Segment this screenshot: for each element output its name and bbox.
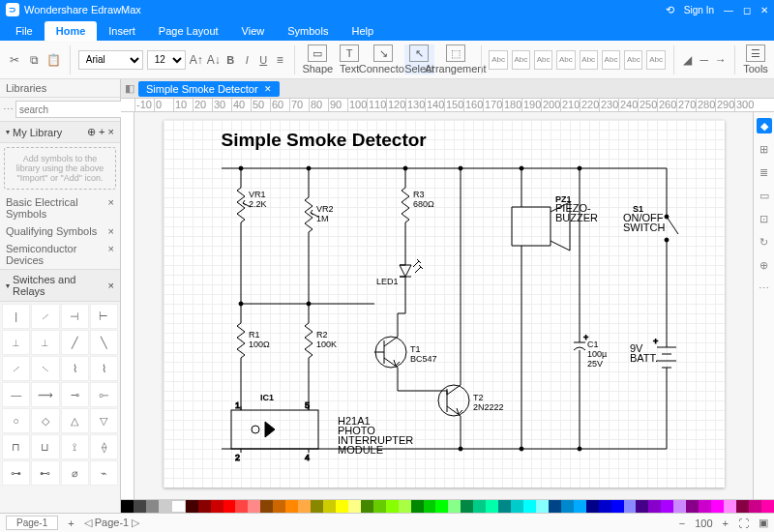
symbol[interactable]: ⌁ — [90, 460, 118, 486]
style-7[interactable]: Abc — [624, 50, 642, 70]
fit-icon[interactable]: ⛶ — [738, 517, 749, 529]
symbol[interactable]: △ — [61, 408, 89, 433]
library-menu-icon[interactable]: ⋯ — [3, 101, 14, 118]
symbol[interactable]: ⊷ — [31, 460, 59, 486]
symbol[interactable]: ⊓ — [2, 434, 30, 459]
symbol[interactable]: ⟂ — [2, 330, 30, 355]
style-8[interactable]: Abc — [646, 50, 665, 70]
properties-icon[interactable]: ⊡ — [757, 211, 772, 226]
page[interactable]: Simple Smoke Detector — [164, 120, 725, 488]
style-4[interactable]: Abc — [556, 50, 575, 70]
font-select[interactable]: Arial — [78, 50, 143, 70]
page-icon[interactable]: ▭ — [757, 188, 772, 203]
symbol[interactable]: ⌇ — [61, 356, 89, 381]
menu-home[interactable]: Home — [45, 21, 98, 41]
section-switches[interactable]: ▾Switches and Relays× — [0, 269, 120, 302]
fill-icon[interactable]: ◢ — [681, 51, 694, 69]
arrow-icon[interactable]: → — [714, 51, 727, 69]
fontsize-select[interactable]: 12 — [147, 50, 186, 70]
grid-icon[interactable]: ⊞ — [757, 141, 772, 157]
ruler-vertical — [121, 112, 134, 499]
svg-text:R2: R2 — [316, 330, 328, 340]
more-icon[interactable]: ⋯ — [757, 281, 772, 296]
connector-button[interactable]: ↘Connector — [366, 44, 401, 74]
comments-icon[interactable]: ⊕ — [757, 257, 772, 273]
symbol[interactable]: ⊣ — [61, 304, 89, 329]
menu-symbols[interactable]: Symbols — [276, 21, 340, 41]
symbol[interactable]: ⊸ — [61, 382, 89, 407]
font-decrease-icon[interactable]: A↓ — [207, 51, 221, 69]
add-page-icon[interactable]: + — [68, 517, 74, 529]
minimize-icon[interactable]: — — [724, 5, 733, 15]
symbol[interactable]: ⟜ — [90, 382, 118, 407]
maximize-icon[interactable]: ◻ — [743, 5, 751, 15]
symbol[interactable]: ╱ — [61, 330, 89, 355]
symbol[interactable]: | — [2, 304, 30, 329]
svg-text:T1: T1 — [410, 344, 421, 354]
close-icon[interactable]: ✕ — [760, 5, 768, 15]
symbol[interactable]: ◇ — [31, 408, 59, 433]
symbol[interactable]: ⟠ — [90, 434, 118, 459]
style-2[interactable]: Abc — [512, 50, 530, 70]
symbol[interactable]: ⟋ — [2, 356, 30, 381]
symbol[interactable]: ⌀ — [61, 460, 89, 486]
section-qualifying[interactable]: Qualifying Symbols× — [0, 222, 120, 240]
symbol[interactable]: ⟂ — [31, 330, 59, 355]
font-increase-icon[interactable]: A↑ — [190, 51, 203, 69]
italic-icon[interactable]: I — [241, 51, 253, 69]
menu-view[interactable]: View — [230, 21, 277, 41]
format-icon[interactable]: ◆ — [757, 118, 772, 133]
bold-icon[interactable]: B — [224, 51, 237, 69]
share-icon[interactable]: ⟲ — [666, 4, 674, 16]
zoom-out-icon[interactable]: − — [679, 517, 685, 529]
canvas[interactable]: Simple Smoke Detector — [134, 112, 753, 499]
color-palette[interactable] — [121, 499, 774, 513]
symbol[interactable]: ⟿ — [31, 382, 59, 407]
symbol[interactable]: ⟋ — [31, 304, 59, 329]
symbol[interactable]: ▽ — [90, 408, 118, 433]
menu-help[interactable]: Help — [340, 21, 385, 41]
arrangement-button[interactable]: ⬚Arrangement — [438, 44, 473, 74]
fullscreen-icon[interactable]: ▣ — [759, 517, 768, 529]
align-icon[interactable]: ≡ — [274, 51, 286, 69]
zoom-in-icon[interactable]: + — [723, 517, 729, 529]
symbol[interactable]: ⊶ — [2, 460, 30, 486]
style-6[interactable]: Abc — [602, 50, 620, 70]
symbol[interactable]: ╲ — [90, 330, 118, 355]
copy-icon[interactable]: ⧉ — [25, 51, 43, 69]
history-icon[interactable]: ↻ — [757, 234, 772, 250]
symbol[interactable]: ⟍ — [31, 356, 59, 381]
underline-icon[interactable]: U — [257, 51, 270, 69]
symbol[interactable]: ○ — [2, 408, 30, 433]
document-tab[interactable]: Simple Smoke Detector✕ — [138, 81, 280, 97]
tab-close-icon[interactable]: ✕ — [264, 84, 272, 94]
signin-link[interactable]: Sign In — [684, 5, 714, 15]
page-tab[interactable]: Page-1 — [6, 516, 58, 530]
symbol[interactable]: ⌇ — [90, 356, 118, 381]
menu-insert[interactable]: Insert — [97, 21, 147, 41]
style-3[interactable]: Abc — [534, 50, 552, 70]
svg-text:VR1: VR1 — [249, 190, 266, 199]
style-5[interactable]: Abc — [580, 50, 598, 70]
symbol[interactable]: — — [2, 382, 30, 407]
svg-point-3 — [665, 215, 669, 219]
style-1[interactable]: Abc — [489, 50, 507, 70]
svg-text:LED1: LED1 — [376, 277, 399, 286]
paste-icon[interactable]: 📋 — [45, 51, 62, 69]
shape-button[interactable]: ▭Shape — [302, 44, 333, 74]
menu-pagelayout[interactable]: Page Layout — [147, 21, 230, 41]
line-icon[interactable]: ─ — [698, 51, 710, 69]
symbol[interactable]: ⊢ — [90, 304, 118, 329]
svg-text:2.2K: 2.2K — [249, 199, 267, 209]
section-mylibrary[interactable]: ▾My Library⊕ + × — [0, 121, 120, 143]
svg-point-19 — [578, 166, 581, 170]
layers-icon[interactable]: ≣ — [757, 164, 772, 180]
section-basic[interactable]: Basic Electrical Symbols× — [0, 193, 120, 222]
symbol[interactable]: ⊔ — [31, 434, 59, 459]
tools-button[interactable]: ☰Tools — [743, 44, 768, 74]
cut-icon[interactable]: ✂ — [6, 51, 23, 69]
symbol[interactable]: ⟟ — [61, 434, 89, 459]
section-semiconductor[interactable]: Semiconductor Devices× — [0, 240, 120, 269]
menu-file[interactable]: File — [4, 21, 45, 41]
schematic: + + 1524 — [212, 159, 696, 488]
